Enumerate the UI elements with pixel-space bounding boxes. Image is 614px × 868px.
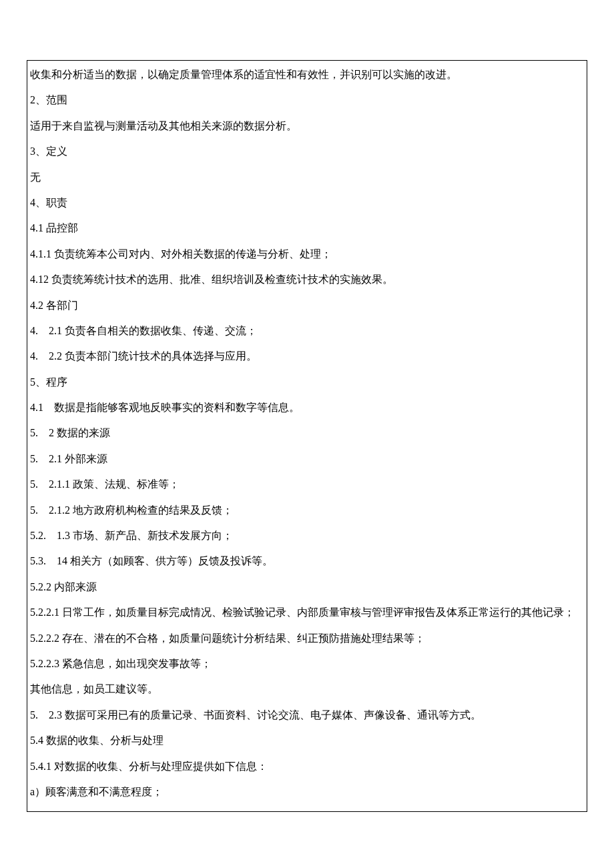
section-definition-body: 无 — [30, 165, 584, 190]
item-5-2-1-1: 5. 2.1.1 政策、法规、标准等； — [30, 472, 584, 497]
section-procedure-title: 5、程序 — [30, 370, 584, 395]
document-container: 收集和分析适当的数据，以确定质量管理体系的适宜性和有效性，并识别可以实施的改进。… — [27, 60, 587, 812]
item-4-2-1: 4. 2.1 负责各自相关的数据收集、传递、交流； — [30, 318, 584, 344]
item-5-3-14: 5.3. 14 相关方（如顾客、供方等）反馈及投诉等。 — [30, 548, 584, 574]
item-5-2-2-2: 5.2.2.2 存在、潜在的不合格，如质量问题统计分析结果、纠正预防措施处理结果… — [30, 626, 584, 651]
item-other-info: 其他信息，如员工建议等。 — [30, 677, 584, 702]
item-5-2-1: 5. 2.1 外部来源 — [30, 446, 584, 472]
item-5-2-3: 5. 2.3 数据可采用已有的质量记录、书面资料、讨论交流、电子媒体、声像设备、… — [30, 703, 584, 728]
section-definition-title: 3、定义 — [30, 139, 584, 164]
item-5-2-2: 5.2.2 内部来源 — [30, 574, 584, 600]
item-4-1-data: 4.1 数据是指能够客观地反映事实的资料和数字等信息。 — [30, 395, 584, 420]
section-responsibility-title: 4、职责 — [30, 190, 584, 215]
item-5-2-2-1: 5.2.2.1 日常工作，如质量目标完成情况、检验试验记录、内部质量审核与管理评… — [30, 600, 584, 625]
item-4-2: 4.2 各部门 — [30, 293, 584, 318]
item-5-2-1-2: 5. 2.1.2 地方政府机构检查的结果及反馈； — [30, 498, 584, 523]
item-5-4-1: 5.4.1 对数据的收集、分析与处理应提供如下信息： — [30, 754, 584, 779]
item-5-2-1-3: 5.2. 1.3 市场、新产品、新技术发展方向； — [30, 523, 584, 548]
item-4-12: 4.12 负责统筹统计技术的选用、批准、组织培训及检查统计技术的实施效果。 — [30, 267, 584, 292]
paragraph-intro: 收集和分析适当的数据，以确定质量管理体系的适宜性和有效性，并识别可以实施的改进。 — [30, 62, 584, 87]
item-5-4: 5.4 数据的收集、分析与处理 — [30, 728, 584, 753]
item-5-2-2-3: 5.2.2.3 紧急信息，如出现突发事故等； — [30, 651, 584, 677]
item-4-1: 4.1 品控部 — [30, 215, 584, 241]
section-scope-body: 适用于来自监视与测量活动及其他相关来源的数据分析。 — [30, 113, 584, 139]
section-scope-title: 2、范围 — [30, 87, 584, 113]
item-a: a）顾客满意和不满意程度； — [30, 779, 584, 805]
item-4-2-2: 4. 2.2 负责本部门统计技术的具体选择与应用。 — [30, 344, 584, 369]
item-5-2: 5. 2 数据的来源 — [30, 420, 584, 446]
item-4-1-1: 4.1.1 负责统筹本公司对内、对外相关数据的传递与分析、处理； — [30, 242, 584, 267]
